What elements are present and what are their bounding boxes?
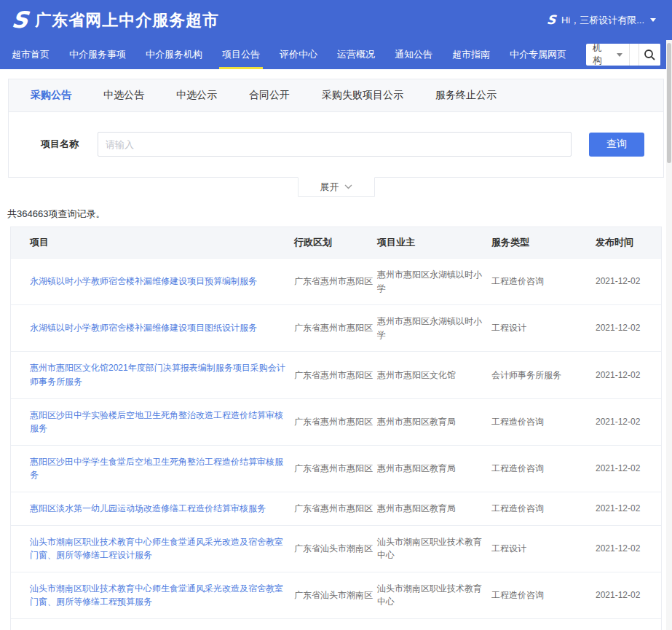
service-type-cell: 工程设计: [491, 312, 596, 344]
user-greeting: Hi，三桥设计有限...: [561, 14, 644, 27]
owner-cell: 汕头市潮南区职业技术教育中心: [377, 572, 491, 618]
publish-date-cell: 2021-12-02: [596, 626, 661, 630]
service-type-cell: 工程造价咨询: [491, 406, 596, 438]
col-header-service-type: 服务类型: [491, 227, 596, 258]
col-header-owner: 项目业主: [377, 227, 491, 258]
region-cell: 广东省汕头市潮南区: [294, 532, 377, 565]
top-header: S 广东省网上中介服务超市 S Hi，三桥设计有限...: [0, 0, 672, 40]
project-name-label: 项目名称: [41, 138, 79, 151]
user-caret-down-icon: [650, 18, 656, 22]
tab-selection-publicity[interactable]: 中选公示: [176, 89, 217, 102]
publish-date-cell: 2021-12-02: [596, 579, 661, 612]
project-link[interactable]: 汕头市潮南区职业技术教育中心师生食堂通风采光改造及宿舍教室门窗、厕所等修缮工程预…: [30, 583, 283, 607]
results-table: 项目 行政区划 项目业主 服务类型 发布时间 永湖镇以时小学教师宿舍楼补漏维修建…: [10, 227, 662, 630]
publish-date-cell: 2021-12-02: [596, 452, 661, 485]
publish-date-cell: 2021-12-02: [596, 312, 661, 344]
col-header-project: 项目: [11, 227, 294, 258]
filter-panel: 采购公告 中选公告 中选公示 合同公开 采购失败项目公示 服务终止公示 项目名称…: [8, 79, 664, 178]
region-cell: 广东省惠州市惠阳区: [294, 359, 377, 392]
table-row: 汕头市潮南区职业技术教育中心师生食堂通风采光改造及宿舍教室门窗、厕所等修缮工程预…: [11, 572, 661, 618]
nav-item-project-announcements[interactable]: 项目公告: [222, 40, 260, 69]
nav-item-evaluation-center[interactable]: 评价中心: [280, 40, 317, 69]
project-link[interactable]: 惠州市惠阳区文化馆2021年度部门决算报表编制服务项目采购会计师事务所服务: [30, 363, 285, 387]
table-row: 惠阳区淡水第一幼儿园运动场改造修缮工程造价结算审核服务 广东省惠州市惠阳区 惠州…: [11, 492, 661, 525]
nav-item-agency-pages[interactable]: 中介专属网页: [510, 40, 566, 69]
service-type-cell: 工程造价咨询: [491, 492, 596, 525]
service-type-cell: 会计师事务所服务: [491, 359, 596, 392]
tab-failed-procurement-publicity[interactable]: 采购失败项目公示: [322, 89, 403, 102]
region-cell: 广东省汕头市潮南区: [294, 626, 377, 630]
nav-item-operations-overview[interactable]: 运营概况: [337, 40, 375, 69]
chevron-down-icon: [344, 184, 352, 189]
owner-cell: 惠州市惠阳区永湖镇以时小学: [377, 305, 491, 351]
project-link[interactable]: 汕头市潮南区职业技术教育中心师生食堂通风采光改造及宿舍教室门窗、厕所等修缮工程设…: [30, 537, 283, 561]
table-header-row: 项目 行政区划 项目业主 服务类型 发布时间: [11, 227, 661, 258]
filter-row: 项目名称 查询: [9, 112, 663, 177]
main-nav: 超市首页 中介服务事项 中介服务机构 项目公告 评价中心 运营概况 通知公告 超…: [0, 40, 672, 69]
query-button[interactable]: 查询: [589, 133, 644, 157]
nav-item-guide[interactable]: 超市指南: [452, 40, 490, 69]
publish-date-cell: 2021-12-02: [596, 532, 661, 565]
nav-item-service-agencies[interactable]: 中介服务机构: [146, 40, 202, 69]
expand-label: 展开: [320, 181, 339, 194]
service-type-cell: 工程造价咨询: [491, 265, 596, 298]
scrollbar-thumb[interactable]: [667, 43, 671, 163]
project-link[interactable]: 惠阳区沙田中学学生食堂后空地卫生死角整治工程造价结算审核服务: [30, 457, 283, 481]
service-type-cell: 工程造价咨询: [491, 626, 596, 630]
owner-cell: 惠州市惠阳区教育局: [377, 406, 491, 438]
owner-cell: 惠州市惠阳区永湖镇以时小学: [377, 259, 491, 304]
owner-cell: 惠州市惠阳区教育局: [377, 492, 491, 525]
table-row: 惠阳区沙田中学实验楼后空地卫生死角整治改造工程造价结算审核服务 广东省惠州市惠阳…: [11, 398, 661, 445]
site-logo-icon: S: [10, 9, 29, 31]
global-search: 机构: [586, 44, 660, 66]
col-header-publish-date: 发布时间: [596, 227, 661, 258]
global-search-button[interactable]: [639, 44, 660, 66]
search-category-value: 机构: [593, 44, 605, 66]
service-type-cell: 工程设计: [491, 532, 596, 565]
project-link[interactable]: 永湖镇以时小学教师宿舍楼补漏维修建设项目预算编制服务: [30, 276, 257, 286]
table-row: 惠阳区沙田中学学生食堂后空地卫生死角整治工程造价结算审核服务 广东省惠州市惠阳区…: [11, 445, 661, 492]
table-row: 永湖镇以时小学教师宿舍楼补漏维修建设项目预算编制服务 广东省惠州市惠阳区 惠州市…: [11, 258, 661, 304]
publish-date-cell: 2021-12-02: [596, 406, 661, 438]
tab-procurement-announcement[interactable]: 采购公告: [31, 89, 71, 102]
tab-selection-announcement[interactable]: 中选公告: [103, 89, 144, 102]
service-type-cell: 工程造价咨询: [491, 579, 596, 612]
project-link[interactable]: 惠阳区淡水第一幼儿园运动场改造修缮工程造价结算审核服务: [30, 503, 266, 513]
user-menu[interactable]: S Hi，三桥设计有限...: [547, 14, 656, 27]
tab-contract-disclosure[interactable]: 合同公开: [249, 89, 290, 102]
result-count: 共364663项查询记录。: [7, 208, 665, 221]
project-link[interactable]: 永湖镇以时小学教师宿舍楼补漏维修建设项目图纸设计服务: [30, 323, 257, 333]
select-caret-down-icon: [617, 53, 622, 57]
announcement-tabs: 采购公告 中选公告 中选公示 合同公开 采购失败项目公示 服务终止公示: [9, 79, 663, 112]
user-logo-icon: S: [546, 14, 556, 26]
nav-item-notices[interactable]: 通知公告: [395, 40, 432, 69]
owner-cell: 汕头市潮南区职业技术教育中心: [377, 526, 491, 572]
region-cell: 广东省惠州市惠阳区: [294, 265, 377, 298]
owner-cell: 惠州市惠阳区教育局: [377, 452, 491, 485]
expand-toggle[interactable]: 展开: [298, 177, 375, 197]
region-cell: 广东省惠州市惠阳区: [294, 452, 377, 485]
owner-cell: 汕头市潮南区司马浦镇大布上居民委员会: [377, 619, 491, 630]
project-link[interactable]: 惠阳区沙田中学实验楼后空地卫生死角整治改造工程造价结算审核服务: [30, 410, 283, 434]
table-row: 惠州市惠阳区文化馆2021年度部门决算报表编制服务项目采购会计师事务所服务 广东…: [11, 351, 661, 398]
service-type-cell: 工程造价咨询: [491, 452, 596, 485]
site-title: 广东省网上中介服务超市: [35, 9, 219, 31]
nav-item-home[interactable]: 超市首页: [12, 40, 50, 69]
nav-item-service-items[interactable]: 中介服务事项: [69, 40, 126, 69]
project-name-input[interactable]: [98, 132, 572, 157]
region-cell: 广东省惠州市惠阳区: [294, 406, 377, 438]
table-row: 潮南区司马浦镇大布上社区居民委员会大布上小学地面硬化及排水系统建设项目预算服务 …: [11, 618, 661, 630]
search-icon: [644, 49, 656, 61]
region-cell: 广东省惠州市惠阳区: [294, 312, 377, 344]
table-row: 汕头市潮南区职业技术教育中心师生食堂通风采光改造及宿舍教室门窗、厕所等修缮工程设…: [11, 525, 661, 572]
col-header-region: 行政区划: [294, 227, 377, 258]
vertical-scrollbar: [666, 40, 672, 630]
tab-service-termination-publicity[interactable]: 服务终止公示: [435, 89, 497, 102]
region-cell: 广东省惠州市惠阳区: [294, 492, 377, 525]
publish-date-cell: 2021-12-02: [596, 265, 661, 298]
owner-cell: 惠州市惠阳区文化馆: [377, 359, 491, 392]
publish-date-cell: 2021-12-02: [596, 359, 661, 392]
publish-date-cell: 2021-12-02: [596, 492, 661, 525]
search-category-select[interactable]: 机构: [586, 44, 630, 66]
global-search-input[interactable]: [630, 44, 639, 66]
